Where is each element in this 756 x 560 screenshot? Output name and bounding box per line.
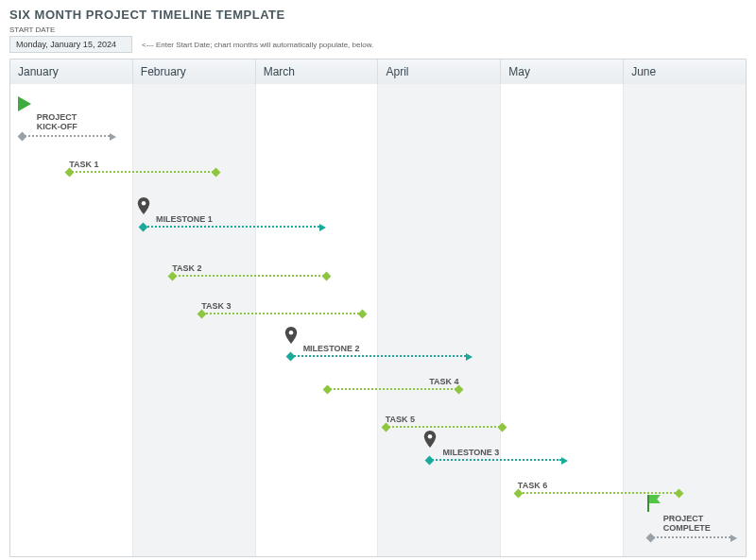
item-label: MILESTONE 1 xyxy=(156,214,319,224)
item-label: TASK 1 xyxy=(69,160,216,169)
timeline-chart: January February March April May June PR… xyxy=(9,59,747,557)
play-icon xyxy=(18,96,31,111)
svg-point-0 xyxy=(142,201,146,206)
item-task4[interactable]: TASK 4 xyxy=(327,377,459,396)
svg-point-2 xyxy=(428,434,433,439)
item-label: TASK 4 xyxy=(327,377,459,386)
item-label: PROJECT KICK-OFF xyxy=(37,112,110,131)
item-milestone1[interactable]: MILESTONE 1 xyxy=(143,214,319,233)
month-header: May xyxy=(501,59,624,84)
item-task1[interactable]: TASK 1 xyxy=(69,160,216,178)
item-kickoff[interactable]: PROJECT KICK-OFF xyxy=(22,112,110,143)
item-label: MILESTONE 2 xyxy=(303,344,467,353)
item-task3[interactable]: TASK 3 xyxy=(201,301,363,320)
item-label: TASK 6 xyxy=(518,481,679,490)
month-header-row: January February March April May June xyxy=(10,59,746,84)
item-label: TASK 3 xyxy=(201,301,363,311)
flag-icon xyxy=(647,495,662,512)
pin-icon xyxy=(423,431,435,446)
month-header: January xyxy=(10,59,133,84)
item-complete[interactable]: PROJECT COMPLETE xyxy=(650,514,731,544)
month-header: April xyxy=(378,59,501,84)
item-milestone2[interactable]: MILESTONE 2 xyxy=(290,344,467,363)
item-task5[interactable]: TASK 5 xyxy=(386,415,503,433)
timeline-items: PROJECT KICK-OFF TASK 1 MILESTONE 1 xyxy=(10,84,746,556)
month-header: March xyxy=(256,59,379,84)
pin-icon xyxy=(284,327,296,342)
start-date-hint: <--- Enter Start Date; chart months will… xyxy=(142,41,373,49)
start-section: START DATE Monday, January 15, 2024 <---… xyxy=(9,25,747,53)
pin-icon xyxy=(137,197,148,212)
item-label: MILESTONE 3 xyxy=(442,448,561,457)
item-label: TASK 5 xyxy=(386,415,503,424)
month-header: February xyxy=(133,59,256,84)
start-date-input[interactable]: Monday, January 15, 2024 xyxy=(9,36,132,53)
item-label: TASK 2 xyxy=(172,263,326,273)
month-header: June xyxy=(624,59,746,84)
item-milestone3[interactable]: MILESTONE 3 xyxy=(429,448,561,467)
page-title: SIX MONTH PROJECT TIMELINE TEMPLATE xyxy=(9,8,747,22)
item-task2[interactable]: TASK 2 xyxy=(172,263,326,282)
item-label: PROJECT COMPLETE xyxy=(663,514,731,533)
svg-point-1 xyxy=(288,331,293,335)
start-date-label: START DATE xyxy=(9,25,747,34)
